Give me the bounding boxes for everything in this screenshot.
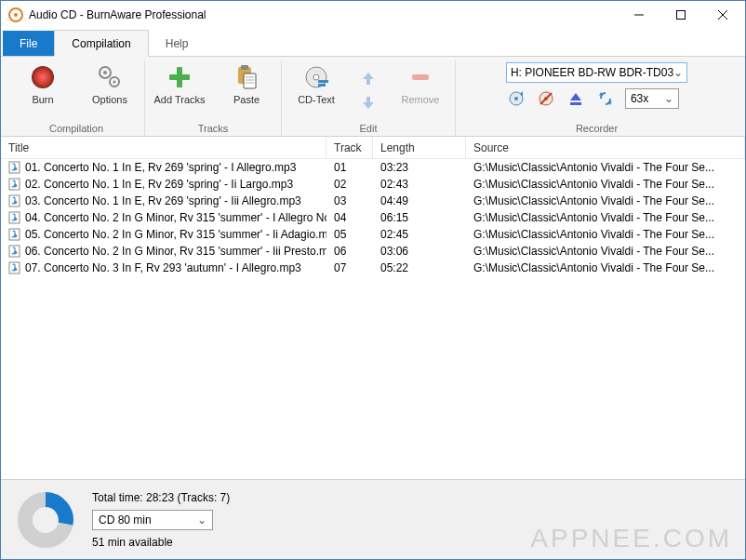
track-title: 05. Concerto No. 2 In G Minor, Rv 315 's… (25, 228, 326, 241)
track-number: 04 (326, 211, 373, 224)
track-number: 05 (326, 228, 373, 241)
track-title: 03. Concerto No. 1 In E, Rv 269 'spring'… (25, 194, 301, 207)
track-number: 02 (326, 178, 373, 191)
table-row[interactable]: 04. Concerto No. 2 In G Minor, Rv 315 's… (1, 209, 745, 226)
svg-point-35 (14, 201, 18, 205)
track-list[interactable]: Title Track Length Source 01. Concerto N… (1, 137, 745, 479)
options-label: Options (92, 94, 127, 105)
svg-point-6 (32, 66, 54, 88)
remove-button: Remove (392, 60, 449, 120)
table-row[interactable]: 03. Concerto No. 1 In E, Rv 269 'spring'… (1, 193, 745, 209)
chevron-down-icon: ⌄ (664, 92, 673, 105)
ribbon: Burn Options Compilation Add Tracks Past… (1, 57, 745, 137)
column-length[interactable]: Length (373, 137, 466, 158)
track-length: 06:15 (373, 211, 466, 224)
menu-compilation[interactable]: Compilation (54, 30, 148, 57)
track-source: G:\Music\Classic\Antonio Vivaldi - The F… (466, 228, 745, 241)
ribbon-group-edit: CD-Text Remove Edit (282, 60, 456, 136)
disc-type-select[interactable]: CD 80 min ⌄ (92, 510, 213, 530)
table-row[interactable]: 06. Concerto No. 2 In G Minor, Rv 315 's… (1, 243, 745, 260)
table-row[interactable]: 01. Concerto No. 1 In E, Rv 269 'spring'… (1, 159, 745, 176)
svg-point-41 (14, 251, 18, 255)
ribbon-group-tracks-title: Tracks (198, 120, 229, 136)
plus-icon (165, 62, 194, 92)
cd-text-button[interactable]: CD-Text (287, 60, 345, 120)
options-button[interactable]: Options (81, 60, 139, 120)
add-tracks-label: Add Tracks (153, 94, 205, 105)
svg-rect-21 (318, 80, 328, 83)
paste-icon (232, 62, 261, 92)
burn-button[interactable]: Burn (14, 60, 72, 120)
cd-text-label: CD-Text (298, 94, 335, 105)
track-title: 02. Concerto No. 1 In E, Rv 269 'spring'… (25, 178, 293, 191)
svg-point-39 (14, 234, 18, 238)
ribbon-group-compilation-title: Compilation (49, 120, 103, 136)
watermark: APPNEE.COM (530, 524, 732, 553)
available-label: 51 min available (92, 536, 230, 549)
svg-point-31 (14, 167, 18, 171)
column-source[interactable]: Source (466, 137, 745, 158)
paste-label: Paste (233, 94, 260, 105)
svg-rect-14 (241, 65, 248, 70)
statusbar: Total time: 28:23 (Tracks: 7) CD 80 min … (1, 479, 745, 559)
app-icon (8, 7, 23, 22)
options-icon (95, 62, 125, 92)
ribbon-group-recorder-title: Recorder (576, 120, 618, 136)
minimize-button[interactable] (618, 2, 659, 28)
chevron-down-icon: ⌄ (673, 66, 683, 79)
disc-usage-chart (18, 492, 73, 548)
cd-text-icon (301, 62, 331, 92)
table-row[interactable]: 07. Concerto No. 3 In F, Rv 293 'autumn'… (1, 260, 745, 276)
svg-point-10 (113, 81, 116, 84)
maximize-button[interactable] (659, 2, 701, 28)
burn-label: Burn (32, 94, 53, 105)
burn-icon (28, 62, 58, 92)
menu-file[interactable]: File (3, 31, 54, 56)
svg-point-33 (14, 184, 18, 188)
close-button[interactable] (701, 2, 743, 28)
svg-point-25 (514, 97, 518, 100)
track-number: 07 (326, 261, 373, 274)
recorder-device-select[interactable]: H: PIONEER BD-RW BDR-TD03 ⌄ (506, 62, 687, 83)
ribbon-group-recorder: H: PIONEER BD-RW BDR-TD03 ⌄ 63x ⌄ Record… (456, 60, 738, 136)
track-number: 01 (326, 161, 373, 174)
track-length: 04:49 (373, 194, 466, 207)
chevron-down-icon: ⌄ (197, 513, 206, 527)
track-title: 01. Concerto No. 1 In E, Rv 269 'spring'… (25, 161, 296, 174)
recorder-eject-button[interactable] (566, 88, 586, 109)
recorder-speed-select[interactable]: 63x ⌄ (625, 88, 679, 109)
total-time-label: Total time: 28:23 (Tracks: 7) (92, 491, 230, 504)
column-track[interactable]: Track (326, 137, 373, 158)
svg-rect-29 (570, 102, 581, 105)
remove-label: Remove (402, 94, 440, 105)
svg-rect-3 (676, 11, 685, 20)
recorder-erase-button[interactable] (536, 88, 556, 109)
column-title[interactable]: Title (1, 137, 326, 158)
arrow-down-icon (359, 93, 378, 112)
track-length: 03:06 (373, 245, 466, 258)
recorder-settings-button[interactable] (595, 88, 616, 109)
recorder-refresh-button[interactable] (506, 88, 526, 109)
recorder-speed-value: 63x (631, 92, 648, 105)
track-number: 06 (326, 245, 373, 258)
table-row[interactable]: 02. Concerto No. 1 In E, Rv 269 'spring'… (1, 176, 745, 193)
svg-point-43 (14, 268, 18, 272)
menu-help[interactable]: Help (149, 31, 206, 56)
minus-icon (406, 62, 435, 92)
audio-file-icon (8, 261, 21, 274)
add-tracks-button[interactable]: Add Tracks (151, 60, 208, 120)
table-row[interactable]: 05. Concerto No. 2 In G Minor, Rv 315 's… (1, 226, 745, 243)
track-source: G:\Music\Classic\Antonio Vivaldi - The F… (466, 211, 745, 224)
svg-rect-23 (412, 74, 429, 80)
paste-button[interactable]: Paste (218, 60, 275, 120)
track-source: G:\Music\Classic\Antonio Vivaldi - The F… (466, 261, 745, 274)
track-title: 06. Concerto No. 2 In G Minor, Rv 315 's… (25, 245, 326, 258)
svg-point-8 (103, 71, 107, 74)
track-source: G:\Music\Classic\Antonio Vivaldi - The F… (466, 178, 745, 191)
track-number: 03 (326, 194, 373, 207)
audio-file-icon (8, 228, 21, 241)
svg-point-20 (313, 74, 319, 80)
audio-file-icon (8, 211, 21, 224)
ribbon-group-compilation: Burn Options Compilation (8, 60, 145, 136)
svg-point-1 (14, 13, 18, 17)
